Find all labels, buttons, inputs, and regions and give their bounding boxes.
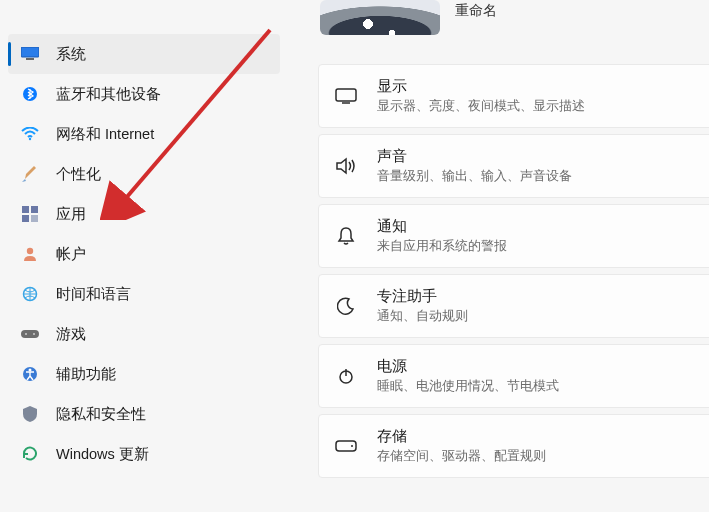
svg-rect-15 [336, 89, 356, 101]
svg-rect-1 [26, 58, 34, 60]
shield-icon [20, 404, 40, 424]
sidebar-item-label: 隐私和安全性 [56, 405, 146, 424]
bluetooth-icon [20, 84, 40, 104]
card-storage[interactable]: 存储 存储空间、驱动器、配置规则 [318, 414, 709, 478]
sidebar-item-label: 系统 [56, 45, 86, 64]
sidebar-item-apps[interactable]: 应用 [8, 194, 280, 234]
display-icon [335, 85, 357, 107]
bell-icon [335, 225, 357, 247]
card-subtitle: 音量级别、输出、输入、声音设备 [377, 168, 572, 185]
gamepad-icon [20, 324, 40, 344]
sidebar-item-label: 帐户 [56, 245, 86, 264]
sidebar-item-windows-update[interactable]: Windows 更新 [8, 434, 280, 474]
rename-link[interactable]: 重命名 [455, 2, 497, 20]
svg-point-20 [351, 445, 353, 447]
card-title: 专注助手 [377, 287, 468, 306]
sidebar-item-accounts[interactable]: 帐户 [8, 234, 280, 274]
card-title: 电源 [377, 357, 559, 376]
sound-icon [335, 155, 357, 177]
sidebar-item-label: 个性化 [56, 165, 101, 184]
sidebar-item-label: Windows 更新 [56, 445, 149, 464]
device-wallpaper-thumb [320, 0, 440, 35]
svg-rect-6 [22, 215, 29, 222]
sidebar-item-network[interactable]: 网络和 Internet [8, 114, 280, 154]
svg-rect-4 [22, 206, 29, 213]
card-title: 声音 [377, 147, 572, 166]
sidebar-item-time-language[interactable]: 时间和语言 [8, 274, 280, 314]
main-panel: 显示 显示器、亮度、夜间模式、显示描述 声音 音量级别、输出、输入、声音设备 通… [288, 0, 709, 512]
system-icon [20, 44, 40, 64]
device-info: 重命名 [455, 0, 497, 20]
sidebar-item-label: 游戏 [56, 325, 86, 344]
sidebar-item-label: 时间和语言 [56, 285, 131, 304]
sidebar-item-system[interactable]: 系统 [8, 34, 280, 74]
person-icon [20, 244, 40, 264]
card-title: 显示 [377, 77, 585, 96]
card-subtitle: 存储空间、驱动器、配置规则 [377, 448, 546, 465]
wifi-icon [20, 124, 40, 144]
svg-point-12 [33, 333, 35, 335]
sidebar-item-gaming[interactable]: 游戏 [8, 314, 280, 354]
svg-point-8 [27, 248, 33, 254]
svg-rect-5 [31, 206, 38, 213]
moon-icon [335, 295, 357, 317]
paintbrush-icon [20, 164, 40, 184]
sidebar-item-bluetooth[interactable]: 蓝牙和其他设备 [8, 74, 280, 114]
settings-sidebar: 系统 蓝牙和其他设备 网络和 Internet 个性化 [0, 0, 288, 512]
card-subtitle: 来自应用和系统的警报 [377, 238, 507, 255]
power-icon [335, 365, 357, 387]
svg-rect-10 [21, 330, 39, 338]
svg-point-3 [29, 138, 31, 140]
update-icon [20, 444, 40, 464]
sidebar-item-label: 应用 [56, 205, 86, 224]
card-display[interactable]: 显示 显示器、亮度、夜间模式、显示描述 [318, 64, 709, 128]
card-subtitle: 睡眠、电池使用情况、节电模式 [377, 378, 559, 395]
apps-icon [20, 204, 40, 224]
sidebar-item-label: 蓝牙和其他设备 [56, 85, 161, 104]
sidebar-item-personalization[interactable]: 个性化 [8, 154, 280, 194]
card-notifications[interactable]: 通知 来自应用和系统的警报 [318, 204, 709, 268]
card-subtitle: 显示器、亮度、夜间模式、显示描述 [377, 98, 585, 115]
card-subtitle: 通知、自动规则 [377, 308, 468, 325]
svg-rect-0 [21, 47, 39, 57]
svg-rect-7 [31, 215, 38, 222]
sidebar-item-label: 辅助功能 [56, 365, 116, 384]
sidebar-item-label: 网络和 Internet [56, 125, 154, 144]
card-sound[interactable]: 声音 音量级别、输出、输入、声音设备 [318, 134, 709, 198]
svg-point-14 [29, 369, 32, 372]
card-title: 通知 [377, 217, 507, 236]
accessibility-icon [20, 364, 40, 384]
card-title: 存储 [377, 427, 546, 446]
card-focus-assist[interactable]: 专注助手 通知、自动规则 [318, 274, 709, 338]
card-power[interactable]: 电源 睡眠、电池使用情况、节电模式 [318, 344, 709, 408]
sidebar-item-accessibility[interactable]: 辅助功能 [8, 354, 280, 394]
svg-point-11 [25, 333, 27, 335]
sidebar-item-privacy[interactable]: 隐私和安全性 [8, 394, 280, 434]
globe-clock-icon [20, 284, 40, 304]
storage-icon [335, 435, 357, 457]
